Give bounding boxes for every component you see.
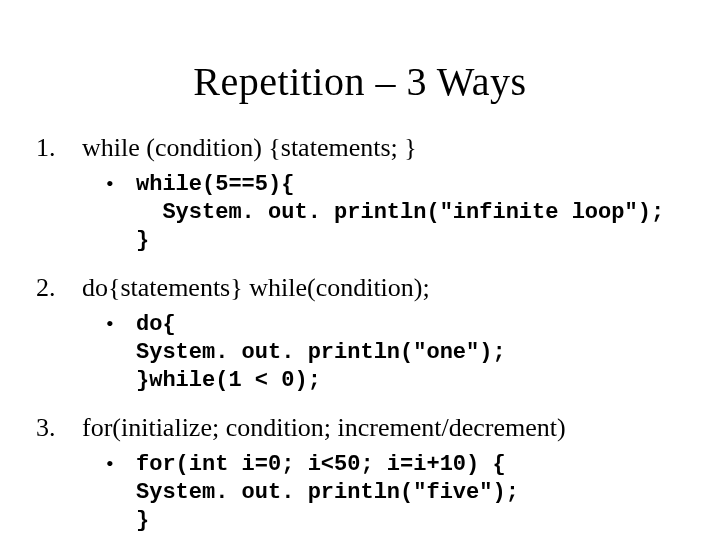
numbered-list: 1. while (condition) {statements; } • wh…	[36, 133, 684, 535]
item-text: do{statements} while(condition);	[82, 273, 430, 303]
list-item: 1. while (condition) {statements; } • wh…	[36, 133, 684, 255]
bullet-icon: •	[106, 311, 136, 337]
slide-title: Repetition – 3 Ways	[36, 58, 684, 105]
sub-bullet: • for(int i=0; i<50; i=i+10) { System. o…	[106, 451, 684, 535]
sub-bullet: • while(5==5){ System. out. println("inf…	[106, 171, 684, 255]
slide: Repetition – 3 Ways 1. while (condition)…	[0, 0, 720, 540]
item-number: 3.	[36, 413, 82, 443]
item-heading: 3. for(initialize; condition; increment/…	[36, 413, 684, 443]
sub-bullet: • do{ System. out. println("one"); }whil…	[106, 311, 684, 395]
item-text: while (condition) {statements; }	[82, 133, 417, 163]
code-block: while(5==5){ System. out. println("infin…	[136, 171, 664, 255]
list-item: 3. for(initialize; condition; increment/…	[36, 413, 684, 535]
bullet-icon: •	[106, 171, 136, 197]
item-number: 1.	[36, 133, 82, 163]
item-heading: 1. while (condition) {statements; }	[36, 133, 684, 163]
item-text: for(initialize; condition; increment/dec…	[82, 413, 566, 443]
list-item: 2. do{statements} while(condition); • do…	[36, 273, 684, 395]
bullet-icon: •	[106, 451, 136, 477]
item-number: 2.	[36, 273, 82, 303]
item-heading: 2. do{statements} while(condition);	[36, 273, 684, 303]
code-block: do{ System. out. println("one"); }while(…	[136, 311, 506, 395]
code-block: for(int i=0; i<50; i=i+10) { System. out…	[136, 451, 519, 535]
